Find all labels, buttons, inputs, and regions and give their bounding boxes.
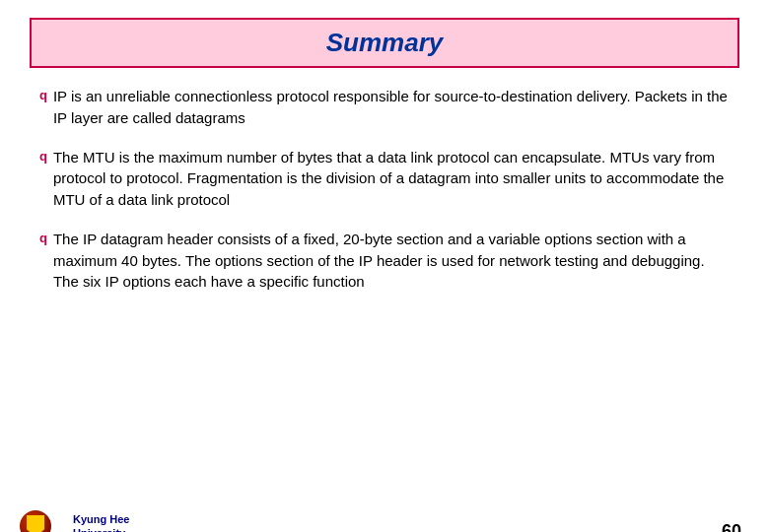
bullet-text-2: The MTU is the maximum number of bytes t… [53,147,730,211]
bullet-text-1: IP is an unreliable connectionless proto… [53,86,730,129]
title-bar: Summary [30,18,739,68]
logo-shield [27,515,44,532]
bullet-icon-3: q [39,231,47,245]
bullet-item-1: q IP is an unreliable connectionless pro… [39,86,730,129]
content-area: q IP is an unreliable connectionless pro… [0,68,769,293]
bullet-icon-1: q [39,88,47,102]
bullet-item-3: q The IP datagram header consists of a f… [39,229,730,293]
slide-title: Summary [326,28,444,57]
bullet-item-2: q The MTU is the maximum number of bytes… [39,147,730,211]
bullet-icon-2: q [39,149,47,164]
university-name-line1: Kyung Hee [73,512,129,526]
slide-container: Summary q IP is an unreliable connection… [0,18,769,532]
page-number: 60 [722,521,741,532]
logo-image [20,510,57,532]
university-name-line2: University [73,526,129,532]
footer-text: Kyung Hee University [73,512,129,532]
university-logo [20,510,57,532]
footer: Kyung Hee University 60 [0,502,769,532]
bullet-text-3: The IP datagram header consists of a fix… [53,229,730,293]
